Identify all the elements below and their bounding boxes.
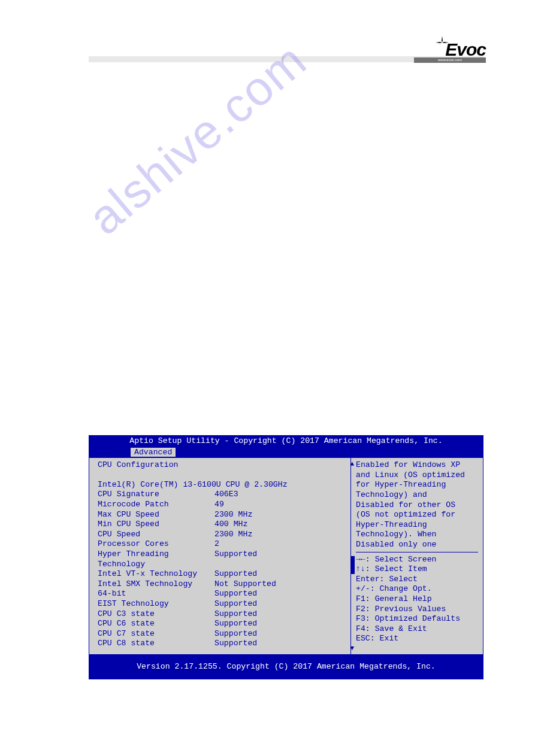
section-title: CPU Configuration <box>98 460 342 470</box>
svg-marker-3 <box>438 38 442 42</box>
bios-info-row: CPU C8 stateSupported <box>98 639 342 649</box>
bios-right-panel: Enabled for Windows XPand Linux (OS opti… <box>351 458 483 654</box>
help-line: Technology) and <box>356 490 478 500</box>
key-hint: ↑↓: Select Item <box>356 564 478 575</box>
info-value: Supported <box>214 589 257 599</box>
key-hint: +/-: Change Opt. <box>356 584 478 594</box>
bios-info-row: Min CPU Speed400 MHz <box>98 520 342 530</box>
info-label: 64-bit <box>98 589 214 599</box>
info-value: 2300 MHz <box>214 530 252 540</box>
bios-info-row: Processor Cores2 <box>98 539 342 549</box>
help-line: Hyper-Threading <box>356 520 478 530</box>
tab-advanced[interactable]: Advanced <box>131 448 176 457</box>
logo: Evoc www.evoc.com <box>414 36 486 63</box>
info-label: Intel SMX Technology <box>98 579 214 590</box>
key-hint: F2: Previous Values <box>356 605 478 615</box>
info-value: 2 <box>214 539 219 549</box>
info-value: Supported <box>214 549 257 560</box>
key-hint: ESC: Exit <box>356 634 478 644</box>
bios-info-row: Technology <box>98 560 342 570</box>
info-value: Supported <box>214 619 257 629</box>
info-value: Supported <box>214 569 257 579</box>
info-label: Processor Cores <box>98 539 214 549</box>
key-hint: F1: General Help <box>356 594 478 605</box>
help-line: Disabled only one <box>356 540 478 550</box>
info-value: Supported <box>214 599 257 609</box>
info-value: 400 MHz <box>214 520 247 530</box>
help-line: Disabled for other OS <box>356 500 478 511</box>
cpu-model: Intel(R) Core(TM) i3-6100U CPU @ 2.30GHz <box>98 480 342 490</box>
bios-info-row: CPU Speed2300 MHz <box>98 530 342 540</box>
svg-marker-0 <box>442 36 443 42</box>
bios-screen: Aptio Setup Utility - Copyright (C) 2017… <box>89 435 483 679</box>
key-hint: Enter: Select <box>356 575 478 585</box>
bios-info-row: Intel VT-x TechnologySupported <box>98 569 342 579</box>
info-label: CPU C7 state <box>98 629 214 639</box>
bios-left-panel[interactable]: ▲ ▼ CPU Configuration Intel(R) Core(TM) … <box>89 458 351 654</box>
info-value: Not Supported <box>214 579 276 590</box>
bios-info-row: 64-bitSupported <box>98 589 342 599</box>
svg-marker-5 <box>438 42 442 47</box>
info-value: 49 <box>214 500 224 510</box>
info-value: Supported <box>214 629 257 639</box>
bios-footer: Version 2.17.1255. Copyright (C) 2017 Am… <box>89 661 483 673</box>
info-value: Supported <box>214 639 257 649</box>
info-label: EIST Technology <box>98 599 214 609</box>
bios-info-row: CPU Signature406E3 <box>98 490 342 500</box>
logo-text: Evoc <box>445 40 486 60</box>
info-label: CPU Speed <box>98 530 214 540</box>
info-label: Min CPU Speed <box>98 520 214 530</box>
info-value: Supported <box>214 609 257 620</box>
info-label: CPU C3 state <box>98 609 214 620</box>
bios-info-row: EIST TechnologySupported <box>98 599 342 609</box>
bios-info-row: CPU C6 stateSupported <box>98 619 342 629</box>
bios-info-row: CPU C7 stateSupported <box>98 629 342 639</box>
key-hint: →←: Select Screen <box>356 555 478 565</box>
bios-info-row: Max CPU Speed2300 MHz <box>98 510 342 520</box>
key-hint: F3: Optimized Defaults <box>356 614 478 624</box>
help-line: and Linux (OS optimized <box>356 470 478 481</box>
help-line: (OS not optimized for <box>356 510 478 520</box>
watermark: alshive.com <box>78 32 318 245</box>
bios-title: Aptio Setup Utility - Copyright (C) 2017… <box>89 435 483 448</box>
info-label: Max CPU Speed <box>98 510 214 520</box>
svg-marker-1 <box>436 42 442 43</box>
bios-info-row: Intel SMX TechnologyNot Supported <box>98 579 342 590</box>
help-line: Technology). When <box>356 530 478 540</box>
bios-info-row: Hyper ThreadingSupported <box>98 549 342 560</box>
info-label: Technology <box>98 560 214 570</box>
info-value: 406E3 <box>214 490 238 500</box>
info-label: CPU Signature <box>98 490 214 500</box>
key-hint: F4: Save & Exit <box>356 624 478 634</box>
info-label: Intel VT-x Technology <box>98 569 214 579</box>
info-label: Microcode Patch <box>98 500 214 510</box>
info-label: Hyper Threading <box>98 549 214 560</box>
help-line: for Hyper-Threading <box>356 480 478 490</box>
logo-url: www.evoc.com <box>414 57 486 63</box>
bios-info-row: Microcode Patch49 <box>98 500 342 510</box>
bios-info-row: CPU C3 stateSupported <box>98 609 342 620</box>
info-label: CPU C6 state <box>98 619 214 629</box>
help-line: Enabled for Windows XP <box>356 460 478 470</box>
info-label: CPU C8 state <box>98 639 214 649</box>
info-value: 2300 MHz <box>214 510 252 520</box>
bios-tabs[interactable]: Advanced <box>89 448 483 458</box>
